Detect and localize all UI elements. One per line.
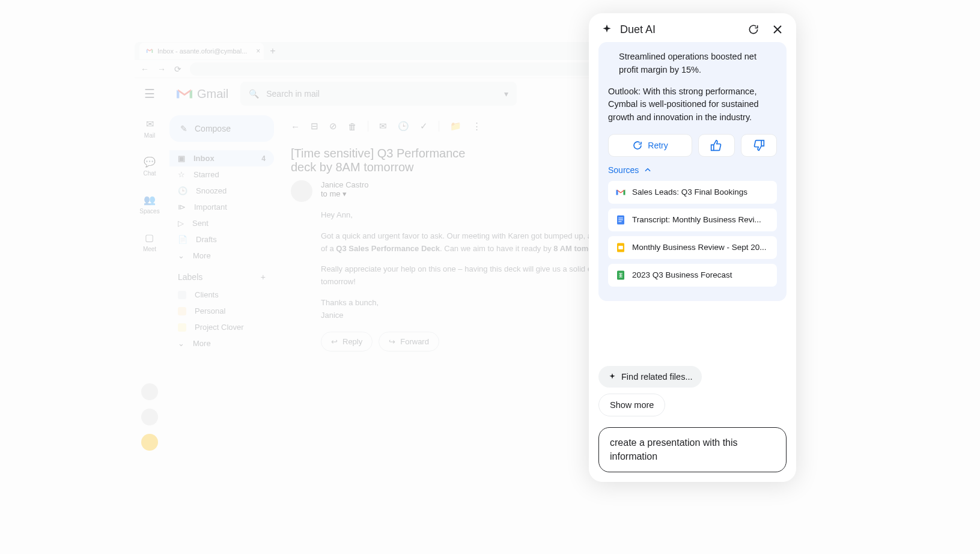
- label-text: More: [193, 339, 211, 348]
- label-swatch: [178, 291, 186, 299]
- folder-more[interactable]: ⌄ More: [169, 248, 274, 264]
- duet-content[interactable]: Streamlined operations boosted net profi…: [589, 42, 796, 362]
- forward-label: Forward: [400, 337, 429, 346]
- add-label-icon[interactable]: +: [261, 272, 266, 282]
- new-tab-button[interactable]: +: [270, 46, 275, 56]
- search-placeholder: Search in mail: [266, 89, 320, 99]
- gmail-app-name: Gmail: [197, 87, 228, 101]
- chevron-down-icon: ⌄: [178, 251, 184, 260]
- gmail-rail: ☰ ✉ Mail 💬 Chat 👥 Spaces ▢ Meet: [135, 78, 165, 463]
- retry-label: Retry: [648, 141, 668, 150]
- feedback-row: Retry: [608, 134, 777, 157]
- source-label: Monthly Business Review - Sept 20...: [632, 243, 767, 252]
- user-avatar[interactable]: [141, 383, 158, 400]
- snooze-icon[interactable]: 🕒: [398, 121, 409, 132]
- suggestion-chip-find-files[interactable]: Find related files...: [598, 366, 702, 388]
- rail-item-spaces[interactable]: 👥 Spaces: [139, 193, 159, 215]
- prompt-input[interactable]: create a presentation with this informat…: [598, 427, 787, 472]
- delete-icon[interactable]: 🗑: [348, 121, 357, 132]
- thumbs-up-icon: [710, 139, 722, 151]
- label-more[interactable]: ⌄ More: [169, 335, 274, 352]
- svg-rect-6: [618, 246, 623, 249]
- prompt-text: create a presentation with this informat…: [610, 437, 738, 461]
- thumbs-down-icon: [753, 139, 765, 151]
- source-label: 2023 Q3 Business Forecast: [632, 270, 732, 279]
- source-label: Transcript: Monthly Business Revi...: [632, 215, 761, 224]
- sender-avatar[interactable]: [291, 180, 312, 202]
- suggestion-label: Find related files...: [621, 372, 692, 382]
- rail-item-chat[interactable]: 💬 Chat: [143, 156, 156, 177]
- tab-close-icon[interactable]: ×: [256, 47, 260, 55]
- folder-sent[interactable]: ▷ Sent: [169, 215, 274, 231]
- nav-refresh-icon[interactable]: ⟳: [174, 64, 181, 74]
- user-avatar[interactable]: [141, 409, 158, 425]
- tab-title: Inbox - asante.ofori@cymbal...: [157, 47, 247, 55]
- refresh-icon: [747, 23, 759, 35]
- task-icon[interactable]: ✓: [420, 121, 428, 132]
- spam-icon[interactable]: ⊘: [329, 121, 337, 132]
- folder-important[interactable]: ⧐ Important: [169, 199, 274, 215]
- label-project-clover[interactable]: Project Clover: [169, 319, 274, 335]
- mark-unread-icon[interactable]: ✉: [379, 121, 387, 132]
- user-avatar[interactable]: [141, 434, 158, 451]
- compose-button[interactable]: ✎ Compose: [169, 115, 274, 142]
- sparkle-icon: [608, 373, 616, 381]
- slides-icon: [615, 242, 626, 253]
- toolbar-separator: [368, 121, 368, 132]
- hamburger-icon[interactable]: ☰: [144, 87, 155, 101]
- search-options-icon[interactable]: ▾: [504, 89, 508, 99]
- star-icon: ☆: [178, 170, 185, 179]
- spaces-icon: 👥: [144, 193, 156, 205]
- search-icon: 🔍: [249, 89, 259, 99]
- close-button[interactable]: [771, 23, 784, 36]
- source-item-docs[interactable]: Transcript: Monthly Business Revi...: [608, 209, 777, 231]
- archive-icon[interactable]: ⊟: [311, 121, 318, 132]
- folder-inbox[interactable]: ▣ Inbox 4: [169, 150, 274, 166]
- sources-toggle[interactable]: Sources: [608, 165, 777, 175]
- thumbs-up-button[interactable]: [698, 134, 735, 157]
- meet-icon: ▢: [144, 231, 156, 243]
- label-text: Clients: [195, 290, 219, 299]
- folder-drafts[interactable]: 📄 Drafts: [169, 231, 274, 248]
- source-item-gmail[interactable]: Sales Leads: Q3 Final Bookings: [608, 181, 777, 204]
- mail-icon: ✉: [144, 118, 156, 130]
- sender-name: Janice Castro: [321, 180, 368, 189]
- show-more-button[interactable]: Show more: [598, 394, 665, 416]
- gmail-icon: [615, 187, 626, 198]
- label-clients[interactable]: Clients: [169, 287, 274, 303]
- refresh-button[interactable]: [747, 23, 760, 36]
- svg-rect-2: [618, 218, 623, 218]
- sources-label: Sources: [608, 165, 639, 175]
- reply-label: Reply: [342, 337, 362, 346]
- folder-snoozed[interactable]: 🕒 Snoozed: [169, 183, 274, 199]
- back-icon[interactable]: ←: [291, 121, 300, 132]
- ai-response-card: Streamlined operations boosted net profi…: [598, 42, 787, 301]
- folder-starred[interactable]: ☆ Starred: [169, 166, 274, 183]
- gmail-logo[interactable]: Gmail: [177, 87, 228, 101]
- search-input[interactable]: 🔍 Search in mail ▾: [240, 82, 517, 106]
- nav-forward-icon[interactable]: →: [157, 64, 166, 74]
- recipient-line[interactable]: to me ▾: [321, 189, 368, 198]
- email-subject-text: [Time sensitive] Q3 Performance deck by …: [291, 147, 483, 174]
- gmail-sidebar: ✎ Compose ▣ Inbox 4 ☆ Starred 🕒 Snooz: [165, 109, 279, 463]
- sheets-icon: [615, 270, 626, 281]
- rail-label: Chat: [143, 170, 156, 177]
- move-icon[interactable]: 📁: [450, 121, 461, 132]
- source-item-sheets[interactable]: 2023 Q3 Business Forecast: [608, 264, 777, 287]
- thumbs-down-button[interactable]: [741, 134, 778, 157]
- browser-tab[interactable]: Inbox - asante.ofori@cymbal... ×: [139, 43, 264, 59]
- label-personal[interactable]: Personal: [169, 303, 274, 319]
- folder-label: Snoozed: [196, 186, 227, 195]
- label-swatch: [178, 307, 186, 315]
- retry-button[interactable]: Retry: [608, 134, 692, 157]
- close-icon: [772, 24, 783, 35]
- rail-item-meet[interactable]: ▢ Meet: [143, 231, 156, 252]
- forward-icon: ↪: [389, 337, 395, 346]
- source-item-slides[interactable]: Monthly Business Review - Sept 20...: [608, 236, 777, 259]
- reply-button[interactable]: ↩ Reply: [321, 332, 373, 352]
- nav-back-icon[interactable]: ←: [141, 64, 149, 74]
- more-icon[interactable]: ⋮: [472, 121, 481, 132]
- forward-button[interactable]: ↪ Forward: [379, 332, 439, 352]
- rail-item-mail[interactable]: ✉ Mail: [144, 118, 156, 139]
- drafts-icon: 📄: [178, 235, 187, 244]
